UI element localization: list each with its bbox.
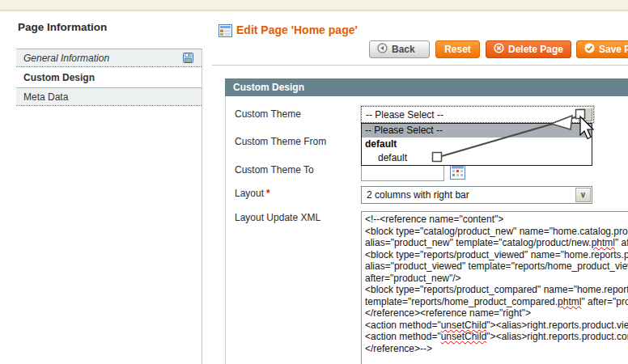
- magento-admin-edit-page-screen: Page Information General Information Cus…: [0, 0, 628, 364]
- sidebar-item-general-information[interactable]: General Information: [16, 49, 202, 67]
- section-left-border: [225, 96, 226, 364]
- delete-page-button[interactable]: Delete Page: [486, 40, 571, 58]
- sidebar-item-custom-design[interactable]: Custom Design: [16, 67, 202, 87]
- sidebar-item-label: General Information: [23, 53, 109, 64]
- layout-label-text: Layout: [235, 188, 264, 199]
- layout-update-xml-label: Layout Update XML: [235, 212, 320, 223]
- back-button[interactable]: Back: [369, 40, 430, 58]
- back-arrow-circle-icon: [377, 43, 388, 56]
- required-asterisk: *: [266, 188, 270, 199]
- layout-label: Layout*: [235, 188, 270, 199]
- page-information-heading: Page Information: [18, 21, 107, 33]
- reset-button-label: Reset: [444, 44, 471, 55]
- top-cream-bar: [0, 0, 628, 11]
- custom-theme-dropdown-list: -- Please Select -- default default: [361, 123, 592, 166]
- cms-page-icon: [219, 24, 232, 40]
- layout-select[interactable]: 2 columns with right bar ∨: [361, 186, 592, 204]
- custom-theme-to-label: Custom Theme To: [235, 164, 314, 176]
- floppy-save-icon: [183, 53, 193, 66]
- custom-theme-selected-value: -- Please Select --: [366, 109, 443, 121]
- header-divider: [212, 65, 628, 66]
- page-title: Edit Page 'Home page': [236, 23, 358, 36]
- sidebar-item-label: Meta Data: [23, 91, 68, 103]
- custom-design-section-header: Custom Design: [225, 78, 628, 96]
- chevron-down-icon: ∨: [575, 188, 591, 202]
- sidebar-item-meta-data[interactable]: Meta Data: [16, 87, 202, 106]
- calendar-icon[interactable]: [450, 164, 465, 183]
- delete-page-button-label: Delete Page: [508, 44, 563, 55]
- custom-theme-to-input[interactable]: [361, 164, 444, 181]
- sidebar-item-label: Custom Design: [23, 72, 95, 83]
- dropdown-option-please-select[interactable]: -- Please Select --: [362, 124, 592, 138]
- dropdown-option-default[interactable]: default: [362, 151, 592, 165]
- custom-theme-label: Custom Theme: [235, 108, 301, 120]
- save-page-button-label: Save Page: [599, 44, 628, 55]
- dropdown-optgroup-default: default: [362, 138, 592, 151]
- page-tabs-sidebar: General Information Custom Design Meta D…: [16, 49, 202, 106]
- dropdown-arrow-button[interactable]: [578, 108, 592, 121]
- custom-theme-select[interactable]: -- Please Select --: [361, 106, 594, 123]
- reset-button[interactable]: Reset: [435, 40, 480, 58]
- layout-update-xml-textarea[interactable]: <!--<reference name="content"><block typ…: [361, 211, 628, 364]
- custom-theme-from-label: Custom Theme From: [235, 136, 326, 147]
- delete-x-circle-icon: [494, 43, 504, 56]
- sidebar-separator: [202, 49, 202, 364]
- save-check-circle-icon: [584, 43, 595, 56]
- save-page-button[interactable]: Save Page: [576, 40, 628, 58]
- back-button-label: Back: [392, 44, 415, 55]
- layout-selected-value: 2 columns with right bar: [367, 189, 469, 201]
